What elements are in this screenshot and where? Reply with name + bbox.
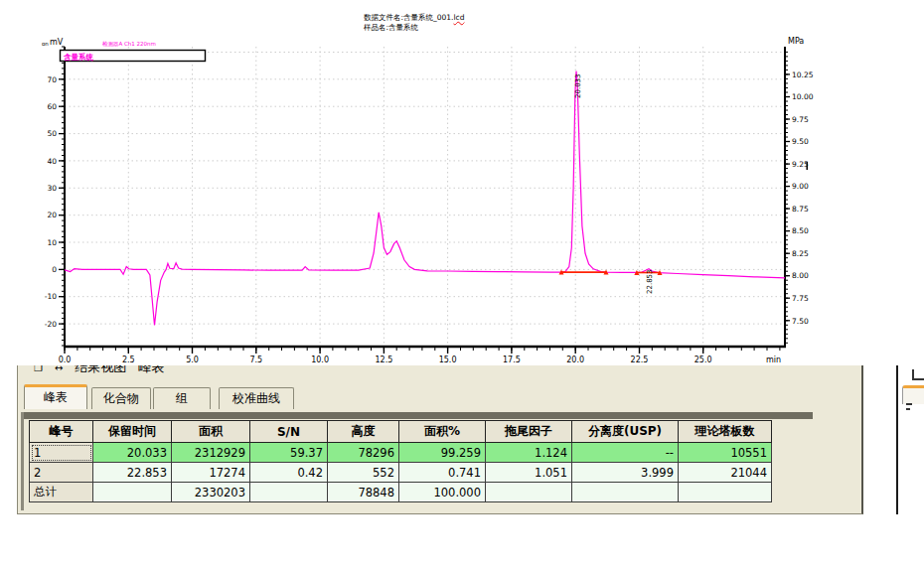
svg-text:50: 50 xyxy=(47,129,57,138)
peak-table-cell[interactable]: 22.853 xyxy=(93,463,172,483)
svg-text:15.0: 15.0 xyxy=(439,356,457,364)
peak-table-cell[interactable] xyxy=(679,483,772,502)
peak-table-cell[interactable] xyxy=(93,483,172,502)
svg-text:8.75: 8.75 xyxy=(792,205,809,214)
svg-text:10.25: 10.25 xyxy=(792,71,814,79)
column-header: 面积 xyxy=(172,421,250,443)
svg-text:10.00: 10.00 xyxy=(792,92,814,101)
adjacent-panel-glyph-fragment xyxy=(912,369,924,380)
peak-table: 峰号保留时间面积S/N高度面积%拖尾因子分离度(USP)理论塔板数120.033… xyxy=(29,420,772,502)
panel-title-bar[interactable]: ❐ ↔ 结果视图 峰表 xyxy=(18,365,861,379)
window-icon: ❐ xyxy=(34,365,43,373)
peak-table-cell[interactable]: 0.741 xyxy=(399,463,486,483)
y-left-unit: mV xyxy=(50,38,64,47)
table-container-top-border xyxy=(21,412,813,419)
svg-text:20: 20 xyxy=(47,211,57,219)
column-header: 高度 xyxy=(328,421,399,443)
column-header: 峰号 xyxy=(30,421,93,443)
tab-group[interactable]: 组 xyxy=(153,387,211,409)
peak-table-cell[interactable]: 21044 xyxy=(679,463,772,483)
chromatogram-chart: -20-100102030405060707.507.758.008.258.5… xyxy=(0,0,924,367)
svg-text:70: 70 xyxy=(47,75,57,84)
gridlines xyxy=(65,47,785,346)
peak-table-cell[interactable] xyxy=(572,483,679,502)
row-header-cell[interactable]: 1 xyxy=(30,443,93,463)
svg-text:25.0: 25.0 xyxy=(694,356,712,364)
tab-calibration-curve[interactable]: 校准曲线 xyxy=(219,387,294,409)
peak-table-cell[interactable]: 0.42 xyxy=(250,463,328,483)
svg-text:22.5: 22.5 xyxy=(631,356,649,364)
svg-text:2.5: 2.5 xyxy=(122,356,135,364)
peak-table-cell[interactable]: 552 xyxy=(328,463,399,483)
peak-table-cell[interactable]: 17274 xyxy=(172,463,250,483)
svg-text:on: on xyxy=(42,41,49,47)
peak-table-cell[interactable]: 100.000 xyxy=(399,483,486,502)
svg-text:10.0: 10.0 xyxy=(311,356,329,364)
peak-table-cell[interactable]: 2330203 xyxy=(172,483,250,502)
cursor-mark xyxy=(807,162,809,170)
svg-text:7.5: 7.5 xyxy=(249,356,262,364)
peak-table-cell[interactable] xyxy=(250,483,328,502)
row-header-cell[interactable]: 2 xyxy=(30,463,93,483)
svg-text:-20: -20 xyxy=(45,320,57,329)
column-header: 理论塔板数 xyxy=(679,421,772,443)
column-header: 拖尾因子 xyxy=(486,421,572,443)
y-right-unit: MPa xyxy=(788,37,804,46)
table-row: 总计233020378848100.000 xyxy=(30,483,772,502)
peak-table-cell[interactable]: 1.124 xyxy=(486,443,572,463)
table-row: 120.033231292959.377829699.2591.124--105… xyxy=(30,443,772,463)
peak-table-cell[interactable]: -- xyxy=(572,443,679,463)
peak-table-cell[interactable] xyxy=(486,483,572,502)
svg-text:8.25: 8.25 xyxy=(792,249,809,258)
svg-text:9.50: 9.50 xyxy=(792,137,809,146)
adjacent-panel-divider xyxy=(896,365,898,514)
peak-table-cell[interactable]: 59.37 xyxy=(250,443,328,463)
table-row: 222.853172740.425520.7411.0513.99921044 xyxy=(30,463,772,483)
svg-text:-10: -10 xyxy=(45,292,57,301)
legend: 含量系统 xyxy=(61,51,206,62)
svg-text:8.50: 8.50 xyxy=(792,226,809,235)
tab-peak-table[interactable]: 峰表 xyxy=(24,384,87,409)
row-header-cell[interactable]: 总计 xyxy=(30,483,93,502)
svg-text:60: 60 xyxy=(47,102,57,111)
svg-text:9.75: 9.75 xyxy=(792,115,809,124)
peak-table-cell[interactable]: 78848 xyxy=(328,483,399,502)
svg-text:17.5: 17.5 xyxy=(503,356,521,364)
column-header: 保留时间 xyxy=(93,421,172,443)
adjacent-panel-text-fragment xyxy=(906,408,910,410)
svg-text:20.0: 20.0 xyxy=(566,356,584,364)
peak-label: 20.033 xyxy=(574,74,582,99)
peak-table-cell[interactable]: 78296 xyxy=(328,443,399,463)
peak-table-cell[interactable]: 1.051 xyxy=(486,463,572,483)
svg-text:0: 0 xyxy=(52,265,57,274)
svg-text:40: 40 xyxy=(47,157,57,166)
adjacent-panel-tab-fragment[interactable] xyxy=(902,385,924,404)
peak-table-cell[interactable]: 20.033 xyxy=(93,443,172,463)
column-header: 分离度(USP) xyxy=(572,421,679,443)
peak-table-cell[interactable]: 3.999 xyxy=(572,463,679,483)
column-header: S/N xyxy=(250,421,328,443)
svg-text:7.50: 7.50 xyxy=(792,317,809,326)
peak-table-cell[interactable]: 10551 xyxy=(679,443,772,463)
column-header: 面积% xyxy=(399,421,486,443)
svg-text:7.75: 7.75 xyxy=(792,294,809,303)
svg-text:0.0: 0.0 xyxy=(59,356,72,364)
svg-text:8.00: 8.00 xyxy=(792,271,809,280)
svg-text:5.0: 5.0 xyxy=(186,356,199,364)
svg-text:30: 30 xyxy=(47,184,57,193)
results-panel: ❐ ↔ 结果视图 峰表 峰表 化合物 组 校准曲线 峰号保留时间面积S/N高度面… xyxy=(17,365,863,514)
header-row: 峰号保留时间面积S/N高度面积%拖尾因子分离度(USP)理论塔板数 xyxy=(30,421,772,443)
x-axis-unit: min xyxy=(766,356,781,364)
peak-label: 22.853 xyxy=(646,270,654,295)
adjacent-panel-text-fragment xyxy=(906,403,912,405)
svg-text:含量系统: 含量系统 xyxy=(63,53,94,62)
chromatogram-trace xyxy=(65,71,785,326)
peak-table-cell[interactable]: 99.259 xyxy=(399,443,486,463)
svg-text:9.25: 9.25 xyxy=(792,160,809,169)
peak-table-cell[interactable]: 2312929 xyxy=(172,443,250,463)
svg-text:12.5: 12.5 xyxy=(375,356,392,364)
svg-text:10: 10 xyxy=(47,238,57,247)
panel-title: 结果视图 xyxy=(75,365,126,376)
axes: -20-100102030405060707.507.758.008.258.5… xyxy=(42,37,814,364)
tab-compound[interactable]: 化合物 xyxy=(91,387,151,409)
